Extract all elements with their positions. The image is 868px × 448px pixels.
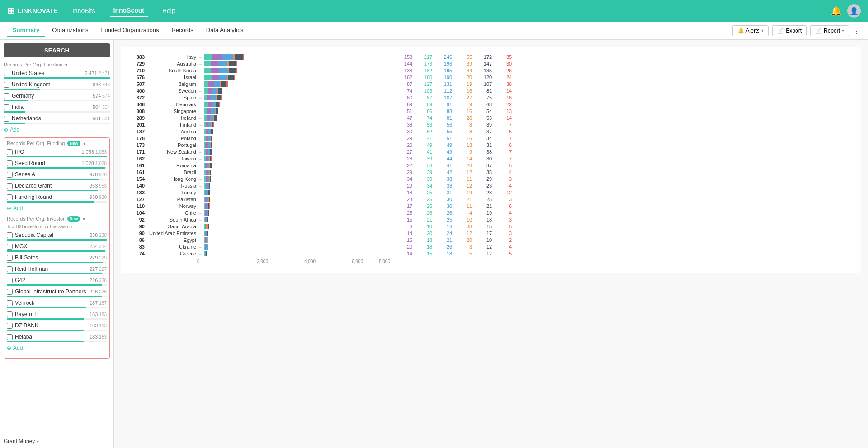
filter-item[interactable]: BayernLB 183 183 <box>7 311 107 320</box>
filter-checkbox[interactable] <box>7 266 13 272</box>
filter-item[interactable]: G42 226 226 <box>7 277 107 286</box>
main-content: 883 Italy – 1582172465517235 729 Austral… <box>114 40 868 448</box>
bar-chart <box>204 217 394 222</box>
row-label: Italy <box>146 54 196 60</box>
nav-innobits[interactable]: InnoBits <box>69 5 99 16</box>
filter-item[interactable]: Funding Round 930 930 <box>7 194 107 203</box>
stat-value: 28 <box>479 190 492 195</box>
investor-add-button[interactable]: ⊕ Add <box>7 345 107 351</box>
filter-item[interactable]: Helaba 183 183 <box>7 334 107 342</box>
notification-bell-icon[interactable]: 🔔 <box>830 5 842 16</box>
filter-checkbox[interactable] <box>4 82 9 88</box>
filter-item[interactable]: Sequoia Capital 238 238 <box>7 232 107 241</box>
more-options-button[interactable]: ⋮ <box>853 26 861 36</box>
filter-item[interactable]: IPO 1,053 1,053 <box>7 149 107 157</box>
bar-segment <box>210 176 211 182</box>
filter-checkbox[interactable] <box>7 255 13 261</box>
filter-checkbox[interactable] <box>7 194 13 200</box>
bar-chart <box>204 81 394 87</box>
bar-segment <box>210 163 212 168</box>
filter-checkbox[interactable] <box>7 300 13 306</box>
location-add-button[interactable]: ⊕ Add <box>4 127 110 133</box>
filter-item[interactable]: Bill Gates 229 229 <box>7 255 107 263</box>
filter-count: 226 226 <box>90 289 107 294</box>
stat-value: 74 <box>420 115 432 121</box>
filter-item[interactable]: Seed Round 1,028 1,028 <box>7 160 107 169</box>
filter-item[interactable]: Reid Hoffman 227 227 <box>7 266 107 274</box>
stat-value: 7 <box>499 149 512 155</box>
filter-checkbox[interactable] <box>7 183 13 189</box>
tab-funded-organizations[interactable]: Funded Organizations <box>95 24 164 37</box>
funding-filter-section: Records Per Org. Funding New ▾ <box>7 141 107 146</box>
stat-value: 3 <box>459 244 472 250</box>
stat-value: 81 <box>439 115 452 121</box>
stat-value: 10 <box>420 224 432 229</box>
alerts-button[interactable]: 🔔 Alerts ▾ <box>732 25 769 36</box>
chart-row: 710 South Korea – 1381821953413526 <box>128 68 854 73</box>
row-stats: 6101638155 <box>400 224 512 229</box>
stat-value: 21 <box>479 203 492 209</box>
filter-checkbox[interactable] <box>7 334 13 340</box>
stat-value: 47 <box>400 115 412 121</box>
tab-summary[interactable]: Summary <box>7 24 45 37</box>
filter-label: Germany <box>12 93 34 99</box>
filter-checkbox[interactable] <box>4 116 9 122</box>
funding-add-button[interactable]: ⊕ Add <box>7 205 107 212</box>
filter-item[interactable]: India 504 504 <box>4 104 110 113</box>
filter-count: 183 183 <box>90 334 107 340</box>
stat-value: 30 <box>400 129 412 134</box>
filter-checkbox[interactable] <box>7 232 13 238</box>
nav-innoscout[interactable]: InnoScout <box>110 5 148 17</box>
tab-data-analytics[interactable]: Data Analytics <box>201 24 249 37</box>
filter-item[interactable]: Series A 970 970 <box>7 171 107 180</box>
filter-item[interactable]: United Kingdom 846 846 <box>4 81 110 90</box>
bar-segment <box>208 237 208 243</box>
filter-item[interactable]: DZ BANK 183 183 <box>7 322 107 331</box>
row-label: Chile <box>146 210 196 216</box>
filter-checkbox[interactable] <box>4 104 9 110</box>
filter-item[interactable]: Netherlands 501 501 <box>4 115 110 124</box>
tab-records[interactable]: Records <box>166 24 198 37</box>
filter-checkbox[interactable] <box>4 93 9 99</box>
user-avatar[interactable]: 👤 <box>847 4 861 18</box>
filter-checkbox[interactable] <box>7 149 13 155</box>
filter-item[interactable]: MGX 234 234 <box>7 243 107 252</box>
stat-value: 21 <box>420 217 432 222</box>
filter-item[interactable]: Global Infrastructure Partners 226 226 <box>7 288 107 297</box>
filter-checkbox[interactable] <box>7 323 13 329</box>
filter-item[interactable]: United States 2,471 2,471 <box>4 70 110 79</box>
stat-value: 20 <box>459 237 472 243</box>
tab-organizations[interactable]: Organizations <box>47 24 94 37</box>
export-button[interactable]: 📄 Export <box>772 25 807 36</box>
filter-item[interactable]: Germany 574 574 <box>4 93 110 101</box>
search-button[interactable]: SEARCH <box>4 43 110 57</box>
filter-item[interactable]: Declared Grant 953 953 <box>7 183 107 191</box>
stat-value: 44 <box>439 156 452 161</box>
filter-checkbox[interactable] <box>7 278 13 283</box>
filter-item[interactable]: Venrock 187 187 <box>7 300 107 308</box>
report-button[interactable]: 📄 Report ▾ <box>810 25 849 36</box>
stat-value: 37 <box>479 129 492 134</box>
stat-value: 19 <box>459 81 472 87</box>
filter-checkbox[interactable] <box>7 289 13 295</box>
stat-value: 11 <box>459 176 472 182</box>
grant-money-footer[interactable]: Grant Money ▾ <box>0 434 113 448</box>
nav-help[interactable]: Help <box>159 5 179 16</box>
filter-checkbox[interactable] <box>4 71 9 76</box>
stat-value: 16 <box>459 108 472 114</box>
stat-value: 182 <box>420 68 432 73</box>
chart-row: 400 Sweden – 74103112168114 <box>128 88 854 94</box>
stat-value: 16 <box>439 224 452 229</box>
filter-label: BayernLB <box>15 311 39 317</box>
filter-checkbox[interactable] <box>7 160 13 166</box>
stat-value: 39 <box>420 156 432 161</box>
filter-checkbox[interactable] <box>7 172 13 178</box>
chart-row: 676 Israel – 1621601902012024 <box>128 75 854 80</box>
bar-segment <box>212 88 217 94</box>
filter-label: Venrock <box>15 300 34 306</box>
stat-value: 25 <box>420 203 432 209</box>
filter-checkbox[interactable] <box>7 244 13 250</box>
row-label: Turkey <box>146 190 196 195</box>
stat-value: 10 <box>459 217 472 222</box>
filter-checkbox[interactable] <box>7 311 13 317</box>
